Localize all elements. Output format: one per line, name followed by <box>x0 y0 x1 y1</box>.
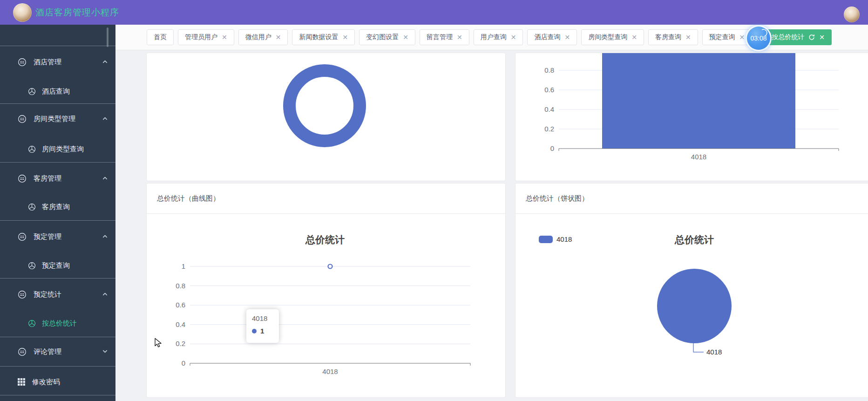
tooltip-category: 4018 <box>252 314 273 322</box>
close-icon[interactable]: ✕ <box>222 34 227 41</box>
chevron-up-icon <box>102 116 108 122</box>
tab-wechat-users[interactable]: 微信用户✕ <box>238 29 288 45</box>
sidebar-item-label: 客房管理 <box>34 174 61 183</box>
close-icon[interactable]: ✕ <box>685 34 691 41</box>
tab-hotel-query[interactable]: 酒店查询✕ <box>527 29 577 45</box>
close-icon[interactable]: ✕ <box>403 34 408 41</box>
tab-news-data-settings[interactable]: 新闻数据设置✕ <box>292 29 355 45</box>
menu-group-icon <box>18 290 27 299</box>
sidebar-item-booking-management[interactable]: 预定管理 <box>0 229 115 245</box>
sidebar-item-label: 预定统计 <box>34 290 61 299</box>
svg-text:0.2: 0.2 <box>176 340 185 347</box>
tab-label: 酒店查询 <box>534 33 560 41</box>
refresh-icon[interactable] <box>808 34 815 41</box>
sidebar-item-hotel-management[interactable]: 酒店管理 <box>0 54 115 70</box>
sidebar-item-label: 房间类型查询 <box>42 145 84 154</box>
svg-text:4018: 4018 <box>706 348 722 356</box>
close-icon[interactable]: ✕ <box>739 34 745 41</box>
app-header: 酒店客房管理小程序 <box>0 0 868 25</box>
pie-chart[interactable]: 4018总价统计4018 <box>515 214 868 397</box>
line-chart[interactable]: 总价统计10.80.60.40.204018 <box>147 214 505 397</box>
pie-panel-header: 总价统计（饼状图） <box>515 184 868 214</box>
tab-user-query[interactable]: 用户查询✕ <box>474 29 523 45</box>
sidebar-item-hotel-query[interactable]: 酒店查询 <box>0 83 115 99</box>
sidebar-item-booking-stats[interactable]: 预定统计 <box>0 286 115 302</box>
tab-message-management[interactable]: 留言管理✕ <box>420 29 469 45</box>
grid-icon <box>18 378 25 386</box>
menu-leaf-icon <box>28 145 36 153</box>
svg-text:0.8: 0.8 <box>176 282 185 290</box>
sidebar-item-guest-room-query[interactable]: 客房查询 <box>0 199 115 215</box>
tab-label: 预定查询 <box>709 33 735 41</box>
tab-label: 用户查询 <box>481 33 507 41</box>
series-marker-icon <box>252 329 257 333</box>
svg-text:1: 1 <box>182 262 185 270</box>
menu-group-icon <box>18 232 27 241</box>
bar-chart[interactable]: 0.80.60.40.204018 <box>515 53 868 181</box>
close-icon[interactable]: ✕ <box>511 34 516 41</box>
svg-text:4018: 4018 <box>322 367 338 375</box>
close-icon[interactable]: ✕ <box>631 34 637 41</box>
pie-chart-card: 总价统计（饼状图） 4018总价统计4018 <box>515 183 868 398</box>
close-icon[interactable]: ✕ <box>276 34 281 41</box>
svg-text:0: 0 <box>182 359 185 367</box>
tab-room-type-query[interactable]: 房间类型查询✕ <box>581 29 644 45</box>
close-icon[interactable]: ✕ <box>564 34 570 41</box>
sidebar-item-change-password[interactable]: 修改密码 <box>0 374 115 390</box>
donut-chart[interactable] <box>147 53 505 181</box>
tab-home[interactable]: 首页 <box>147 29 174 45</box>
sidebar-divider <box>0 46 115 46</box>
tooltip-value: 1 <box>260 327 264 335</box>
svg-text:4018: 4018 <box>556 235 572 243</box>
svg-text:0: 0 <box>550 144 554 152</box>
chart-tooltip: 4018 1 <box>246 309 279 343</box>
timer-text: 03:08 <box>750 34 766 42</box>
tab-admin-users[interactable]: 管理员用户✕ <box>178 29 234 45</box>
sidebar-item-label: 酒店查询 <box>42 87 70 96</box>
sidebar-item-stats-by-total-price[interactable]: 按总价统计 <box>0 315 115 331</box>
tab-label: 管理员用户 <box>185 33 217 41</box>
sidebar-scrollbar-thumb[interactable] <box>107 27 108 47</box>
svg-text:总价统计: 总价统计 <box>305 234 345 245</box>
line-chart-card: 总价统计（曲线图） 总价统计10.80.60.40.204018 4018 1 <box>146 183 506 398</box>
close-icon[interactable]: ✕ <box>457 34 462 41</box>
sidebar: 酒店管理酒店查询房间类型管理房间类型查询客房管理客房查询预定管理预定查询预定统计… <box>0 25 115 401</box>
close-icon[interactable]: ✕ <box>342 34 348 41</box>
user-avatar[interactable] <box>844 7 860 22</box>
svg-text:0.6: 0.6 <box>176 301 185 309</box>
svg-text:0.8: 0.8 <box>544 66 554 74</box>
tab-carousel-settings[interactable]: 变幻图设置✕ <box>359 29 415 45</box>
sidebar-item-label: 预定查询 <box>42 261 70 270</box>
tab-guest-room-query[interactable]: 客房查询✕ <box>648 29 698 45</box>
sidebar-divider <box>0 103 115 104</box>
timer-bubble[interactable]: 03:08 <box>746 25 772 51</box>
menu-leaf-icon <box>28 262 36 270</box>
sidebar-divider <box>0 278 115 279</box>
line-panel-header: 总价统计（曲线图） <box>147 184 505 214</box>
sidebar-divider <box>0 162 115 163</box>
sidebar-item-label: 客房查询 <box>42 203 70 211</box>
sidebar-item-room-type-query[interactable]: 房间类型查询 <box>0 141 115 157</box>
tab-label: 变幻图设置 <box>366 33 399 41</box>
sidebar-item-label: 修改密码 <box>32 378 60 387</box>
svg-text:0.6: 0.6 <box>544 86 554 94</box>
avatar[interactable] <box>13 3 32 22</box>
menu-leaf-icon <box>28 319 36 327</box>
sidebar-divider <box>0 395 115 395</box>
svg-text:0.4: 0.4 <box>176 320 185 328</box>
sidebar-item-guest-room-management[interactable]: 客房管理 <box>0 170 115 186</box>
tab-booking-query[interactable]: 预定查询✕ <box>702 29 752 45</box>
chevron-down-icon <box>102 348 108 354</box>
sidebar-item-label: 房间类型管理 <box>34 115 75 123</box>
sidebar-item-comment-management[interactable]: 评论管理 <box>0 344 115 360</box>
menu-leaf-icon <box>28 203 36 211</box>
sidebar-item-room-type-management[interactable]: 房间类型管理 <box>0 111 115 127</box>
tab-label: 新闻数据设置 <box>299 33 338 41</box>
sidebar-item-booking-query[interactable]: 预定查询 <box>0 258 115 273</box>
svg-text:总价统计: 总价统计 <box>674 234 714 245</box>
mouse-cursor-icon <box>154 338 164 349</box>
tab-label: 首页 <box>154 33 167 41</box>
bar-chart-card: 0.80.60.40.204018 <box>515 53 868 181</box>
menu-group-icon <box>18 58 27 67</box>
close-icon[interactable]: ✕ <box>819 34 825 41</box>
